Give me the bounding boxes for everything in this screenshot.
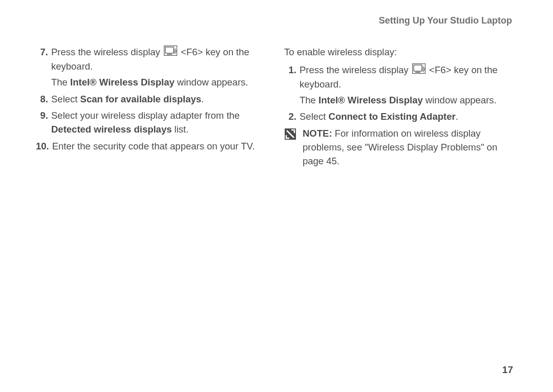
- sub-bold: Intel® Wireless Display: [318, 95, 423, 105]
- list-item: 2. Select Connect to Existing Adapter.: [284, 110, 517, 124]
- text-bold: Connect to Existing Adapter: [329, 111, 456, 122]
- list-body: Select Connect to Existing Adapter.: [300, 110, 517, 124]
- right-column: To enable wireless display: 1. Press the…: [284, 46, 517, 168]
- list-item: 9. Select your wireless display adapter …: [36, 109, 269, 137]
- text-pre: Press the wireless display: [51, 47, 163, 57]
- list-body: Press the wireless display <F6> key on t…: [51, 46, 269, 90]
- text-post: .: [456, 111, 458, 122]
- sub-pre: The: [300, 95, 318, 105]
- list-number: 8.: [36, 93, 51, 106]
- list-body: Press the wireless display <F6> key on t…: [300, 63, 517, 107]
- sub-post: window appears.: [175, 77, 248, 88]
- list-number: 2.: [284, 110, 300, 124]
- list-item: 10. Enter the security code that appears…: [36, 140, 269, 154]
- left-column: 7. Press the wireless display <F6> key o…: [36, 46, 269, 168]
- text-bold: Scan for available displays: [80, 94, 202, 104]
- text-post: list.: [172, 124, 188, 135]
- list-number: 1.: [284, 63, 300, 107]
- sub-bold: Intel® Wireless Display: [70, 77, 175, 88]
- page-header: Setting Up Your Studio Laptop: [36, 15, 517, 26]
- sub-line: The Intel® Wireless Display window appea…: [51, 76, 269, 90]
- list-number: 7.: [36, 46, 51, 90]
- list-item: 7. Press the wireless display <F6> key o…: [36, 46, 269, 90]
- note-icon-wrap: [284, 127, 303, 168]
- sub-pre: The: [51, 77, 70, 88]
- note-text: For information on wireless display prob…: [303, 128, 497, 166]
- note-body: NOTE: For information on wireless displa…: [303, 127, 517, 168]
- svg-rect-1: [165, 47, 174, 53]
- note-icon: [284, 132, 296, 142]
- text-pre: Select: [300, 111, 329, 122]
- note-label: NOTE:: [303, 128, 332, 139]
- note-row: NOTE: For information on wireless displa…: [284, 127, 517, 168]
- sub-post: window appears.: [423, 95, 497, 105]
- wireless-display-icon: [412, 63, 426, 78]
- list-number: 10.: [36, 140, 52, 154]
- list-item: 1. Press the wireless display <F6> key o…: [284, 63, 517, 107]
- text: Enter the security code that appears on …: [52, 141, 255, 151]
- list-body: Select your wireless display adapter fro…: [51, 109, 269, 137]
- intro-text: To enable wireless display:: [284, 46, 517, 59]
- list-item: 8. Select Scan for available displays.: [36, 93, 269, 106]
- text-pre: Press the wireless display: [300, 64, 411, 75]
- wireless-display-icon: [164, 46, 177, 60]
- header-title: Setting Up Your Studio Laptop: [379, 15, 512, 26]
- list-body: Enter the security code that appears on …: [52, 140, 269, 154]
- text-pre: Select your wireless display adapter fro…: [51, 110, 240, 121]
- content-area: 7. Press the wireless display <F6> key o…: [36, 46, 517, 168]
- svg-rect-2: [167, 54, 172, 55]
- text-bold: Detected wireless displays: [51, 124, 172, 135]
- text-post: .: [201, 94, 204, 104]
- svg-rect-5: [415, 72, 420, 73]
- svg-rect-4: [414, 65, 422, 71]
- list-body: Select Scan for available displays.: [51, 93, 269, 106]
- text-pre: Select: [51, 94, 80, 104]
- sub-line: The Intel® Wireless Display window appea…: [300, 94, 517, 107]
- page-number: 17: [502, 364, 513, 376]
- list-number: 9.: [36, 109, 51, 137]
